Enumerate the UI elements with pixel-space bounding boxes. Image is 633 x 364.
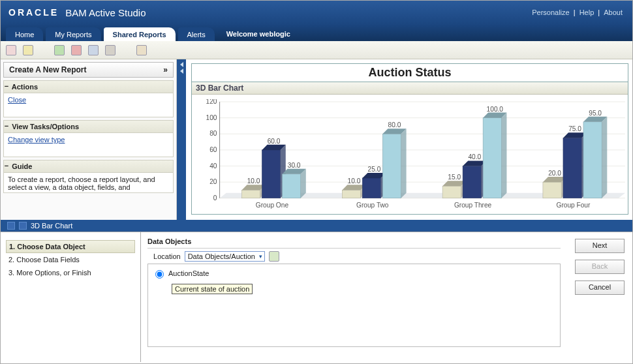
view-tasks-body: Change view type — [4, 133, 173, 157]
history-icon[interactable] — [136, 45, 147, 55]
svg-text:Group One: Group One — [256, 202, 289, 209]
svg-text:100: 100 — [206, 114, 217, 121]
layout-icon[interactable] — [88, 45, 99, 55]
location-row: Location Data Objects/Auction — [147, 251, 561, 262]
svg-rect-58 — [563, 138, 581, 198]
svg-text:75.0: 75.0 — [568, 125, 581, 132]
delete-view-icon[interactable] — [71, 45, 82, 55]
collapse-arrow-icon — [180, 68, 183, 74]
collapse-icon: − — [3, 82, 10, 90]
svg-text:120: 120 — [206, 99, 217, 105]
new-report-icon[interactable] — [6, 45, 16, 55]
svg-text:10.0: 10.0 — [348, 177, 361, 185]
svg-rect-19 — [262, 150, 280, 198]
chart-title-bar: Auction Status — [192, 64, 628, 82]
view-caption-label: 3D Bar Chart — [31, 222, 72, 230]
create-report-button[interactable]: Create A New Report » — [3, 62, 174, 78]
auction-state-radio[interactable] — [155, 270, 164, 279]
wizard-buttons: Next Back Cancel — [567, 232, 632, 362]
auction-state-label: AuctionState — [168, 269, 209, 277]
personalize-link[interactable]: Personalize — [532, 8, 569, 16]
app-header: ORACLE BAM Active Studio Personalize | H… — [1, 1, 632, 24]
svg-text:10.0: 10.0 — [247, 177, 260, 185]
location-label: Location — [153, 252, 181, 260]
svg-rect-45 — [463, 166, 481, 198]
chart-container: Auction Status 3D Bar Chart 020406080100… — [191, 63, 628, 215]
wizard-step-3[interactable]: 3. More Options, or Finish — [8, 266, 132, 279]
create-report-label: Create A New Report — [9, 65, 86, 74]
svg-rect-62 — [583, 122, 602, 198]
view-icon — [19, 222, 27, 230]
actions-header[interactable]: − Actions — [4, 81, 173, 93]
location-select[interactable]: Data Objects/Auction — [185, 251, 265, 262]
wizard-area: 1. Choose Data Object 2. Choose Data Fie… — [1, 232, 632, 362]
svg-rect-36 — [382, 134, 401, 198]
cancel-button[interactable]: Cancel — [575, 281, 625, 295]
wizard-step-2[interactable]: 2. Choose Data Fields — [8, 253, 132, 266]
chart-plot-area: 02040608010012010.060.030.0Group One10.0… — [194, 99, 625, 211]
refresh-icon[interactable] — [269, 251, 279, 262]
guide-panel: − Guide To create a report, choose a rep… — [3, 160, 174, 193]
svg-rect-49 — [483, 118, 501, 198]
svg-text:30.0: 30.0 — [288, 162, 301, 169]
guide-title: Guide — [12, 162, 32, 170]
wizard-steps: 1. Choose Data Object 2. Choose Data Fie… — [1, 232, 141, 362]
add-view-icon[interactable] — [54, 45, 65, 55]
svg-marker-51 — [501, 113, 506, 198]
svg-rect-23 — [282, 174, 300, 198]
view-tasks-header[interactable]: − View Tasks/Options — [4, 121, 173, 133]
svg-rect-41 — [442, 186, 461, 198]
main-tabs: Home My Reports Shared Reports Alerts We… — [1, 24, 632, 41]
actions-body: Close — [4, 93, 173, 117]
properties-icon[interactable] — [105, 45, 116, 55]
guide-body: To create a report, choose a report layo… — [4, 173, 173, 192]
change-view-type-link[interactable]: Change view type — [8, 136, 65, 144]
svg-rect-28 — [342, 190, 360, 198]
svg-text:Group Two: Group Two — [356, 202, 389, 209]
guide-header[interactable]: − Guide — [4, 160, 173, 173]
svg-text:95.0: 95.0 — [589, 110, 602, 117]
about-link[interactable]: About — [604, 8, 623, 16]
collapse-arrow-icon — [180, 62, 183, 67]
open-report-icon[interactable] — [23, 45, 33, 55]
wizard-step-1[interactable]: 1. Choose Data Object — [6, 240, 135, 253]
svg-text:15.0: 15.0 — [448, 174, 461, 181]
svg-marker-38 — [401, 129, 407, 198]
data-object-row[interactable]: AuctionState — [152, 268, 556, 279]
panel-collapser[interactable] — [177, 59, 186, 220]
next-button[interactable]: Next — [575, 239, 625, 253]
product-name: BAM Active Studio — [65, 7, 146, 18]
svg-text:Group Four: Group Four — [557, 202, 591, 209]
wizard-title: Data Objects — [147, 237, 561, 249]
back-button: Back — [575, 260, 625, 274]
help-link[interactable]: Help — [579, 8, 594, 16]
svg-text:100.0: 100.0 — [487, 106, 504, 113]
tab-home[interactable]: Home — [6, 27, 43, 41]
view-tasks-panel: − View Tasks/Options Change view type — [3, 120, 174, 157]
tab-my-reports[interactable]: My Reports — [46, 27, 100, 41]
close-link[interactable]: Close — [8, 96, 26, 104]
svg-rect-15 — [241, 190, 260, 198]
svg-text:25.0: 25.0 — [368, 166, 381, 173]
view-caption-bar: 3D Bar Chart — [1, 220, 632, 232]
view-icon — [7, 222, 15, 230]
svg-text:20: 20 — [209, 178, 217, 185]
svg-text:0: 0 — [213, 194, 217, 202]
svg-rect-32 — [362, 178, 380, 198]
svg-text:80: 80 — [209, 130, 217, 137]
tab-shared-reports[interactable]: Shared Reports — [104, 27, 176, 41]
actions-title: Actions — [12, 83, 38, 91]
chart-subtitle: 3D Bar Chart — [192, 82, 628, 95]
toolbar — [1, 41, 632, 59]
svg-text:40.0: 40.0 — [468, 153, 481, 160]
data-object-list: AuctionState Current state of auction — [147, 264, 561, 347]
tooltip: Current state of auction — [172, 284, 253, 294]
svg-text:80.0: 80.0 — [388, 121, 401, 129]
svg-marker-64 — [602, 117, 607, 198]
svg-text:20.0: 20.0 — [548, 170, 561, 177]
brand-logo: ORACLE — [8, 7, 59, 18]
tab-alerts[interactable]: Alerts — [178, 27, 215, 41]
actions-panel: − Actions Close — [3, 80, 174, 117]
left-panel: Create A New Report » − Actions Close − … — [1, 59, 177, 220]
svg-text:40: 40 — [209, 162, 217, 170]
